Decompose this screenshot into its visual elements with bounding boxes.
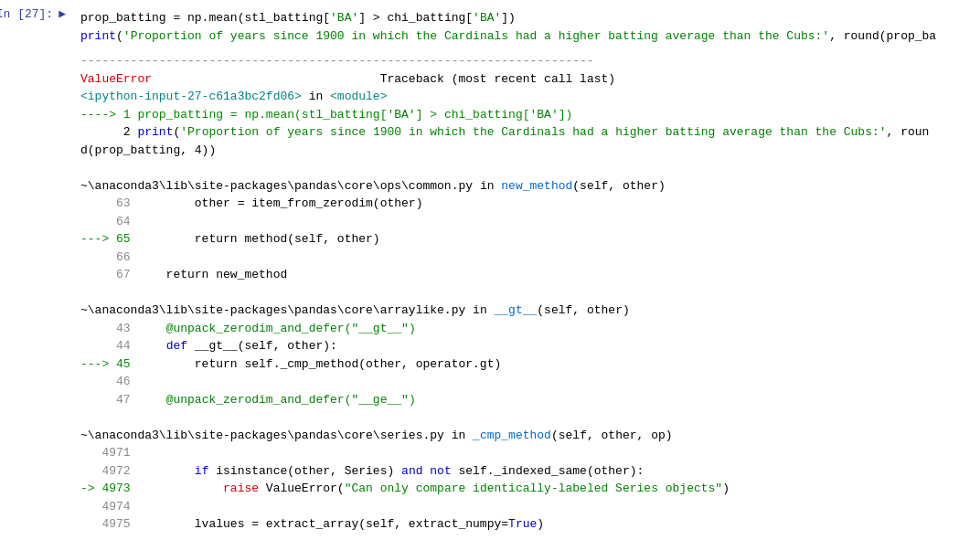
l46: 46 [80,373,973,391]
l4971: 4971 [80,444,973,462]
l4973: -> 4973 raise ValueError("Can only compa… [80,480,973,498]
l4975: 4975 lvalues = extract_array(self, extra… [80,515,973,534]
code-line-1: prop_batting = np.mean(stl_batting['BA']… [80,9,973,27]
ipython-ref: <ipython-input-27-c61a3bc2fd06> in <modu… [80,88,973,106]
blank-1 [80,159,973,177]
filepath-3: ~\anaconda3\lib\site-packages\pandas\cor… [80,427,973,445]
arrow-line-1: ----> 1 prop_batting = np.mean(stl_batti… [80,106,973,124]
run-indicator: ▶ [59,5,66,24]
l67: 67 return new_method [80,266,973,284]
error-header: ValueError Traceback (most recent call l… [80,70,973,89]
input-area: prop_batting = np.mean(stl_batting['BA']… [80,9,973,45]
l4974: 4974 [80,498,973,516]
filepath-1: ~\anaconda3\lib\site-packages\pandas\cor… [80,177,973,196]
code-line-output-2: 2 print('Proportion of years since 1900 … [80,123,973,142]
l47: 47 @unpack_zerodim_and_defer("__ge__") [80,391,973,409]
notebook-cell: In [27]: ▶ prop_batting = np.mean(stl_ba… [0,0,980,540]
l45: ---> 45 return self._cmp_method(other, o… [80,355,973,374]
l44: 44 def __gt__(self, other): [80,337,973,355]
l65: ---> 65 return method(self, other) [80,230,973,249]
l43: 43 @unpack_zerodim_and_defer("__gt__") [80,320,973,338]
l63: 63 other = item_from_zerodim(other) [80,195,973,213]
blank-3 [80,408,973,427]
cell-gutter: In [27]: ▶ [0,0,73,540]
code-line-output-2b: d(prop_batting, 4)) [80,142,973,160]
output-area: ----------------------------------------… [80,52,973,540]
blank-4 [80,534,973,541]
l64: 64 [80,213,973,231]
code-line-2: print('Proportion of years since 1900 in… [80,27,973,46]
l66: 66 [80,249,973,267]
filepath-2: ~\anaconda3\lib\site-packages\pandas\cor… [80,302,973,320]
cell-label: In [27]: ▶ [0,5,66,24]
blank-2 [80,284,973,302]
error-divider: ----------------------------------------… [80,52,973,70]
cell-content: prop_batting = np.mean(stl_batting['BA']… [73,0,980,540]
cell-number: In [27]: [0,5,53,24]
l4972: 4972 if isinstance(other, Series) and no… [80,462,973,481]
